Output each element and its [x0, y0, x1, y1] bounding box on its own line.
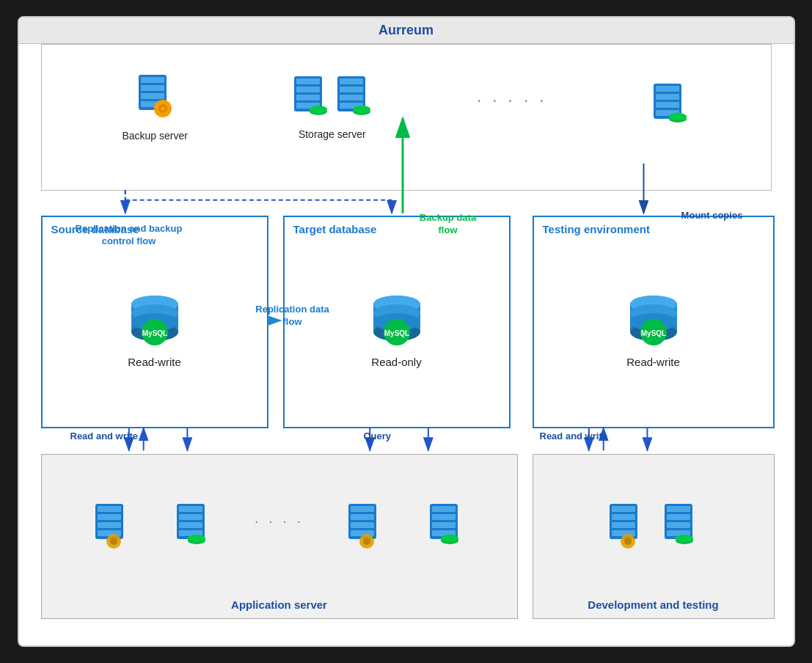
mount-copies-label: Mount copies	[679, 210, 745, 222]
backup-server-icon	[135, 73, 175, 124]
svg-rect-84	[612, 522, 635, 528]
rw-right-label: Read and write	[540, 431, 607, 442]
svg-rect-1	[141, 77, 164, 83]
aurreum-title: Aurreum	[378, 23, 434, 38]
svg-point-87	[624, 538, 632, 545]
replication-data-label: Replication data flow	[252, 304, 333, 329]
svg-rect-75	[432, 506, 456, 512]
target-db-title: Target database	[293, 223, 377, 235]
svg-point-94	[676, 535, 693, 542]
dev-testing-icons-row	[533, 455, 774, 579]
svg-point-80	[441, 535, 458, 542]
backup-data-label: Backup data flow	[415, 212, 481, 237]
app-server-icon-4	[426, 502, 467, 550]
app-server-box: · · · · Application ser	[41, 454, 518, 619]
svg-rect-23	[656, 86, 679, 92]
storage-server-label: Storage server	[299, 128, 366, 140]
svg-rect-16	[340, 78, 363, 84]
svg-rect-89	[667, 506, 690, 512]
query-label: Query	[364, 431, 392, 442]
target-db-icon: MySQL	[364, 291, 430, 350]
svg-point-66	[188, 535, 205, 542]
backup-server-group: Backup server	[122, 73, 187, 142]
svg-rect-18	[340, 95, 363, 100]
app-server-dots: · · · ·	[255, 513, 304, 541]
svg-text:MySQL: MySQL	[384, 329, 409, 337]
svg-rect-11	[296, 95, 320, 100]
svg-rect-56	[98, 522, 121, 528]
source-db-mode: Read-write	[128, 356, 181, 368]
dots-separator: · · · · ·	[477, 89, 547, 125]
svg-text:MySQL: MySQL	[640, 329, 665, 337]
servers-row: Backup server	[42, 45, 771, 162]
svg-point-73	[363, 538, 370, 545]
svg-rect-17	[340, 87, 363, 92]
svg-rect-9	[296, 78, 320, 84]
svg-rect-55	[98, 514, 121, 520]
testing-env-icon: MySQL	[621, 291, 687, 350]
svg-rect-77	[432, 522, 456, 528]
dev-testing-box: Development and testing	[533, 454, 775, 619]
svg-rect-62	[179, 514, 202, 520]
app-server-icon-2	[173, 502, 213, 550]
aurreum-bar: Aurreum	[19, 18, 794, 44]
svg-rect-63	[179, 522, 202, 528]
svg-rect-91	[667, 522, 690, 528]
svg-point-7	[161, 106, 165, 111]
single-server-group	[650, 82, 690, 133]
svg-rect-69	[351, 514, 374, 520]
app-server-title: Application server	[42, 598, 517, 611]
dev-server-icon-1	[606, 502, 646, 550]
svg-point-14	[310, 106, 327, 113]
backup-server-label: Backup server	[122, 130, 187, 142]
svg-rect-3	[141, 93, 164, 99]
svg-rect-10	[296, 87, 320, 92]
app-server-icons-row: · · · ·	[42, 455, 517, 579]
rw-left-label: Read and write	[70, 431, 138, 442]
svg-rect-2	[141, 85, 164, 91]
svg-rect-83	[612, 514, 635, 520]
svg-rect-25	[656, 102, 679, 108]
svg-rect-54	[98, 506, 121, 512]
svg-rect-61	[179, 506, 202, 512]
dev-testing-title: Development and testing	[533, 598, 774, 611]
svg-rect-24	[656, 94, 679, 100]
svg-point-28	[669, 113, 687, 120]
svg-point-21	[353, 106, 370, 113]
dev-server-icon-2	[661, 502, 701, 550]
storage-server-icons	[290, 75, 374, 122]
svg-rect-76	[432, 514, 456, 520]
testing-env-mode: Read-write	[626, 356, 680, 368]
storage-server-group: Storage server	[290, 75, 374, 140]
svg-text:MySQL: MySQL	[142, 329, 167, 337]
testing-env-box: Testing environment MySQL Read-write	[533, 216, 775, 428]
source-db-icon: MySQL	[122, 291, 188, 350]
app-server-icon-3	[345, 502, 385, 550]
svg-rect-82	[612, 506, 635, 512]
svg-rect-70	[351, 522, 374, 528]
testing-env-title: Testing environment	[543, 223, 650, 235]
diagram-wrapper: Aurreum	[18, 16, 795, 647]
app-server-icon-1	[92, 502, 132, 550]
svg-rect-90	[667, 514, 690, 520]
aurreum-box: Backup server	[41, 44, 772, 191]
svg-rect-68	[351, 506, 374, 512]
target-db-mode: Read-only	[371, 356, 421, 368]
replication-backup-label: Replication and backup control flow	[63, 223, 195, 248]
svg-point-59	[110, 538, 117, 545]
single-server-icon	[650, 82, 690, 133]
